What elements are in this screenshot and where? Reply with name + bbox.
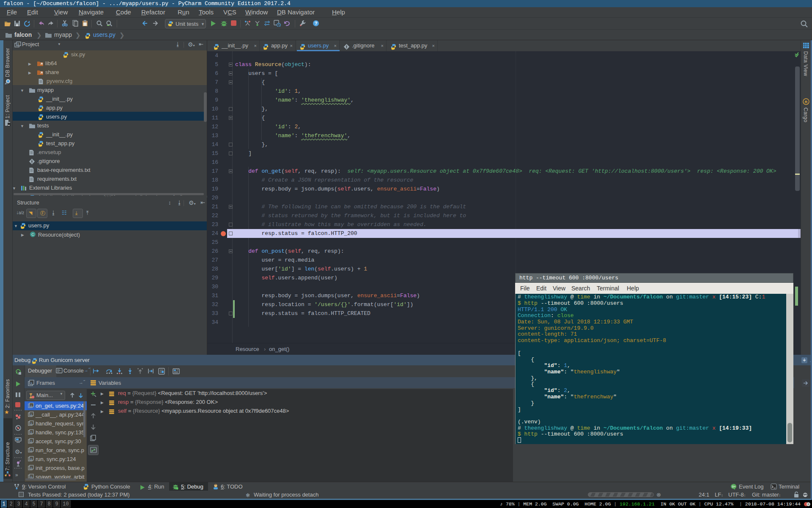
svg-text:?: ? (315, 21, 318, 26)
svg-text:C: C (31, 232, 34, 237)
svg-text:9+: 9+ (732, 485, 735, 489)
svg-text:R: R (805, 100, 808, 104)
svg-text:s: s (31, 381, 33, 384)
svg-text:B: B (17, 43, 19, 46)
